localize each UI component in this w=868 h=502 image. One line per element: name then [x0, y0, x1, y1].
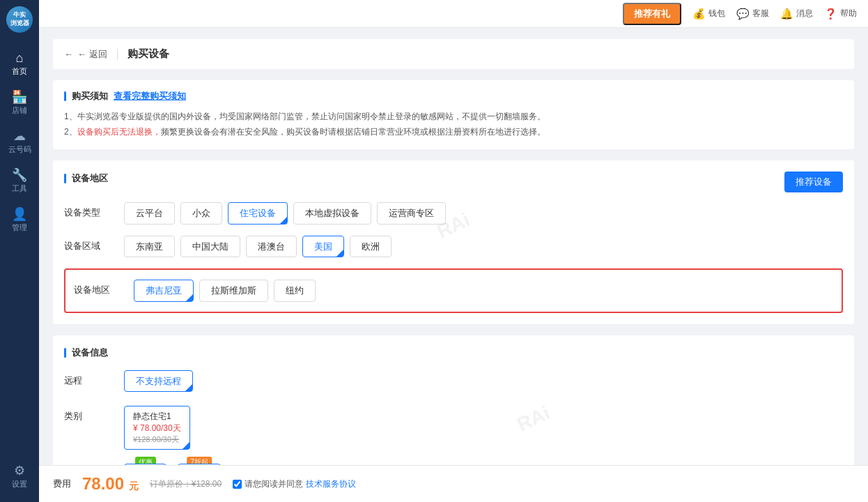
duration-90-button[interactable]: 90天 — [178, 464, 220, 465]
back-arrow-icon: ← — [64, 49, 73, 59]
device-type-row: 设备类型 云平台 小众 住宅设备 本地虚拟设备 运营商专区 — [64, 202, 843, 225]
wallet-icon: 💰 — [692, 8, 706, 20]
help-action[interactable]: ❓ 帮助 — [824, 8, 857, 20]
type-option-cloudplatform[interactable]: 云平台 — [124, 202, 175, 225]
type-option-local-virtual[interactable]: 本地虚拟设备 — [293, 202, 371, 225]
recommend-button[interactable]: 推荐设备 — [784, 172, 843, 192]
cost-label: 费用 — [53, 478, 71, 490]
area-option-china[interactable]: 中国大陆 — [180, 236, 240, 258]
wallet-action[interactable]: 💰 钱包 — [692, 8, 725, 20]
manage-icon: 👤 — [12, 208, 27, 220]
region-section-title: 设备地区 — [64, 172, 108, 185]
help-icon: ❓ — [824, 8, 837, 20]
title-bar-icon — [64, 174, 66, 183]
title-bar-icon — [64, 348, 66, 358]
sidebar-item-label: 管理 — [12, 222, 27, 233]
region-options: 弗吉尼亚 拉斯维加斯 纽约 — [134, 280, 833, 302]
main-area: 推荐有礼 💰 钱包 💬 客服 🔔 消息 ❓ 帮助 ← ← 返回 购买设备 — [39, 0, 868, 502]
duration-row: 购买时长 优惠 30天 7折起 90天 — [64, 464, 843, 465]
sidebar-bottom: ⚙ 设置 — [0, 457, 39, 502]
sidebar-item-label: 店铺 — [12, 105, 27, 116]
footer-price: 78.00 元 — [82, 474, 139, 494]
type-options: 云平台 小众 住宅设备 本地虚拟设备 运营商专区 — [124, 202, 843, 225]
area-option-eu[interactable]: 欧洲 — [350, 236, 392, 258]
notice-section: 购买须知 查看完整购买须知 1、牛实浏览器专业版提供的国内外设备，均受国家网络部… — [53, 80, 854, 149]
agree-checkbox[interactable] — [233, 480, 242, 489]
sidebar-item-label: 首页 — [12, 66, 27, 77]
topbar: 推荐有礼 💰 钱包 💬 客服 🔔 消息 ❓ 帮助 — [39, 0, 868, 28]
duration-30-button[interactable]: 30天 — [124, 464, 166, 465]
duration-options: 优惠 30天 7折起 90天 — [124, 464, 221, 465]
type-row: 类别 静态住宅1 ¥ 78.00/30天 ¥128.00/30天 — [64, 406, 843, 450]
type-card-name: 静态住宅1 — [133, 411, 181, 423]
shop-icon: 🏪 — [12, 91, 27, 103]
cloud-icon: ☁ — [13, 130, 26, 142]
sidebar-item-shop[interactable]: 🏪 店铺 — [0, 84, 39, 123]
region-option-virginia[interactable]: 弗吉尼亚 — [134, 280, 194, 302]
footer-orig-price: 订单原价：¥128.00 — [150, 478, 222, 490]
region-label: 设备地区 — [74, 280, 123, 301]
duration-90-wrap: 7折起 90天 — [178, 464, 220, 465]
area-option-us[interactable]: 美国 — [302, 236, 344, 258]
type-card-price: ¥ 78.00/30天 — [133, 423, 181, 434]
area-option-hkmo[interactable]: 港澳台 — [246, 236, 297, 258]
sidebar-item-home[interactable]: ⌂ 首页 — [0, 45, 39, 84]
duration-30-wrap: 优惠 30天 — [124, 464, 166, 465]
area-label: 设备区域 — [64, 236, 113, 257]
notice-link[interactable]: 查看完整购买须知 — [114, 90, 186, 102]
sidebar-item-tools[interactable]: 🔧 工具 — [0, 162, 39, 201]
type-label: 设备类型 — [64, 202, 113, 223]
page-header: ← ← 返回 购买设备 — [53, 39, 854, 69]
sidebar-item-label: 设置 — [12, 479, 27, 489]
title-bar-icon — [64, 91, 66, 101]
service-icon: 💬 — [736, 8, 750, 20]
service-action[interactable]: 💬 客服 — [736, 8, 769, 20]
service-agreement-link[interactable]: 技术服务协议 — [306, 478, 356, 490]
type-card-static-residential[interactable]: 静态住宅1 ¥ 78.00/30天 ¥128.00/30天 — [124, 406, 190, 450]
region-highlight-box: 设备地区 弗吉尼亚 拉斯维加斯 纽约 — [64, 268, 843, 313]
header-divider — [117, 49, 118, 60]
sidebar-item-label: 工具 — [12, 183, 27, 194]
settings-icon: ⚙ — [14, 464, 25, 477]
device-area-row: 设备区域 东南亚 中国大陆 港澳台 美国 欧洲 — [64, 236, 843, 258]
type-option-xiaox[interactable]: 小众 — [180, 202, 222, 225]
remote-option-no-support[interactable]: 不支持远程 — [124, 370, 193, 393]
logo-icon: 牛实浏览器 — [6, 6, 33, 33]
info-section-title: 设备信息 — [64, 347, 843, 359]
page-content: ← ← 返回 购买设备 购买须知 查看完整购买须知 1、牛实浏览器专业版提供的国… — [39, 28, 868, 465]
sidebar-nav: ⌂ 首页 🏪 店铺 ☁ 云号码 🔧 工具 👤 管理 — [0, 39, 39, 457]
area-option-sea[interactable]: 东南亚 — [124, 236, 175, 258]
page-footer: 费用 78.00 元 订单原价：¥128.00 请您阅读并同意 技术服务协议 — [39, 465, 868, 502]
region-option-lasvegas[interactable]: 拉斯维加斯 — [199, 280, 268, 302]
sidebar-item-manage[interactable]: 👤 管理 — [0, 201, 39, 240]
tools-icon: 🔧 — [12, 169, 27, 181]
sidebar-logo: 牛实浏览器 — [0, 0, 39, 39]
notice-line2: 2、设备购买后无法退换，频繁更换设备会有潜在安全风险，购买设备时请根据店铺日常营… — [64, 125, 843, 140]
footer-agree: 请您阅读并同意 技术服务协议 — [233, 478, 356, 490]
remote-label: 远程 — [64, 370, 113, 391]
sidebar: 牛实浏览器 ⌂ 首页 🏪 店铺 ☁ 云号码 🔧 工具 👤 管理 ⚙ 设置 — [0, 0, 39, 502]
type-option-residential[interactable]: 住宅设备 — [228, 202, 288, 225]
sidebar-item-cloud[interactable]: ☁ 云号码 — [0, 123, 39, 162]
message-icon: 🔔 — [780, 8, 793, 20]
area-options: 东南亚 中国大陆 港澳台 美国 欧洲 — [124, 236, 843, 258]
sidebar-item-settings[interactable]: ⚙ 设置 — [0, 457, 39, 496]
home-icon: ⌂ — [16, 52, 24, 64]
region-option-newyork[interactable]: 纽约 — [274, 280, 316, 302]
promo-button[interactable]: 推荐有礼 — [623, 3, 681, 25]
region-section-header: 设备地区 推荐设备 — [64, 172, 843, 192]
duration-label: 购买时长 — [64, 464, 113, 465]
remote-row: 远程 不支持远程 — [64, 370, 843, 393]
device-info-section: 设备信息 远程 不支持远程 类别 静态住宅1 ¥ 78.00/30天 ¥128.… — [53, 335, 854, 465]
type-cards: 静态住宅1 ¥ 78.00/30天 ¥128.00/30天 — [124, 406, 843, 450]
device-region-section: 设备地区 推荐设备 设备类型 云平台 小众 住宅设备 本地虚拟设备 运营商专区 … — [53, 160, 854, 324]
remote-options: 不支持远程 — [124, 370, 843, 393]
device-region-row: 设备地区 弗吉尼亚 拉斯维加斯 纽约 — [74, 280, 833, 302]
message-action[interactable]: 🔔 消息 — [780, 8, 813, 20]
page-title: 购买设备 — [127, 47, 169, 61]
type-label-info: 类别 — [64, 406, 113, 427]
notice-title: 购买须知 查看完整购买须知 — [64, 90, 843, 102]
back-button[interactable]: ← ← 返回 — [64, 48, 107, 61]
type-option-carrier[interactable]: 运营商专区 — [377, 202, 446, 225]
type-card-orig-price: ¥128.00/30天 — [133, 434, 181, 445]
